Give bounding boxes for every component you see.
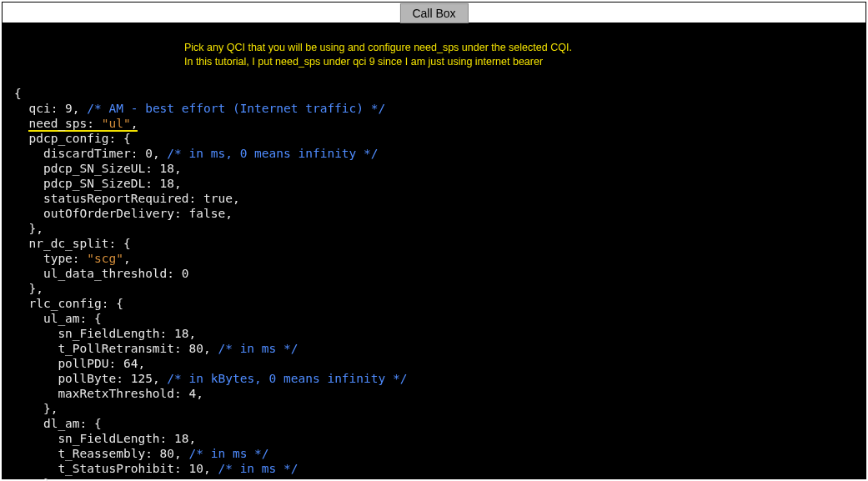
code-line: }, bbox=[14, 402, 58, 415]
code-line: }, bbox=[14, 477, 58, 481]
code-line: }, bbox=[14, 282, 43, 295]
code-line: qci: 9, /* AM - best effort (Internet tr… bbox=[14, 102, 385, 115]
code-line-highlight: need_sps: "ul", bbox=[14, 117, 138, 132]
annotation-line-1: Pick any QCI that you will be using and … bbox=[184, 42, 572, 53]
code-line: nr_dc_split: { bbox=[14, 237, 131, 250]
call-box-button[interactable]: Call Box bbox=[399, 3, 468, 23]
code-line: maxRetxThreshold: 4, bbox=[14, 387, 203, 400]
header-bar: Call Box bbox=[3, 3, 865, 23]
code-line: pollByte: 125, /* in kBytes, 0 means inf… bbox=[14, 372, 407, 385]
code-line: statusReportRequired: true, bbox=[14, 192, 240, 205]
code-line: pdcp_SN_SizeDL: 18, bbox=[14, 177, 182, 190]
code-line: { bbox=[14, 87, 22, 100]
code-line: rlc_config: { bbox=[14, 297, 123, 310]
code-line: }, bbox=[14, 222, 43, 235]
code-line: pollPDU: 64, bbox=[14, 357, 145, 370]
code-line: sn_FieldLength: 18, bbox=[14, 327, 196, 340]
code-line: t_Reassembly: 80, /* in ms */ bbox=[14, 447, 269, 460]
annotation: Pick any QCI that you will be using and … bbox=[184, 41, 785, 69]
code-line: outOfOrderDelivery: false, bbox=[14, 207, 233, 220]
code-line: type: "scg", bbox=[14, 252, 131, 265]
code-line: dl_am: { bbox=[14, 417, 102, 430]
code-line: discardTimer: 0, /* in ms, 0 means infin… bbox=[14, 147, 379, 160]
code-line: ul_data_threshold: 0 bbox=[14, 267, 189, 280]
code-block: Pick any QCI that you will be using and … bbox=[3, 23, 865, 481]
code-line: pdcp_config: { bbox=[14, 132, 131, 145]
code-line: t_StatusProhibit: 10, /* in ms */ bbox=[14, 462, 298, 475]
code-line: sn_FieldLength: 18, bbox=[14, 432, 196, 445]
annotation-line-2: In this tutorial, I put need_sps under q… bbox=[184, 56, 543, 68]
code-line: t_PollRetransmit: 80, /* in ms */ bbox=[14, 342, 298, 355]
code-line: pdcp_SN_SizeUL: 18, bbox=[14, 162, 182, 175]
window-frame: Call Box Pick any QCI that you will be u… bbox=[2, 2, 866, 479]
code-line: ul_am: { bbox=[14, 312, 102, 325]
